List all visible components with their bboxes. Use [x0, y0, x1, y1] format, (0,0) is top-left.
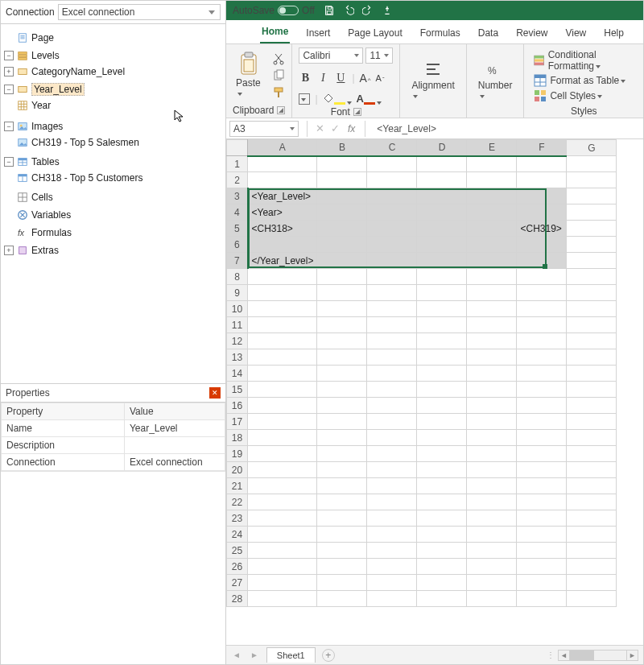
- touch-mode-icon[interactable]: [381, 4, 394, 17]
- cell-G28[interactable]: [567, 591, 617, 607]
- cell-F8[interactable]: [517, 269, 567, 285]
- cell-B6[interactable]: [317, 237, 367, 253]
- cell-G25[interactable]: [567, 543, 617, 559]
- cell-A24[interactable]: [248, 527, 317, 543]
- cell-A26[interactable]: [248, 559, 317, 575]
- save-icon[interactable]: [323, 4, 336, 17]
- col-header-F[interactable]: F: [517, 140, 567, 156]
- col-header-A[interactable]: A: [248, 140, 317, 156]
- cell-styles-button[interactable]: Cell Styles: [534, 89, 634, 102]
- increase-font-icon[interactable]: A^: [360, 72, 371, 85]
- horizontal-scrollbar[interactable]: ◄►: [558, 650, 638, 661]
- cell-B2[interactable]: [317, 172, 367, 188]
- cell-F7[interactable]: [517, 253, 567, 269]
- cell-B3[interactable]: [317, 188, 367, 204]
- row-header-9[interactable]: 9: [227, 285, 248, 301]
- cell-C1[interactable]: [367, 156, 417, 172]
- cell-C27[interactable]: [367, 575, 417, 591]
- tree-images[interactable]: −Images: [4, 119, 222, 134]
- cell-F26[interactable]: [517, 559, 567, 575]
- cell-C15[interactable]: [367, 382, 417, 398]
- cell-G20[interactable]: [567, 462, 617, 478]
- tree-table-ch318[interactable]: CH318 - Top 5 Customers: [4, 171, 222, 185]
- cell-G21[interactable]: [567, 478, 617, 494]
- cell-A20[interactable]: [248, 462, 317, 478]
- borders-button[interactable]: [299, 93, 310, 105]
- collapse-icon[interactable]: −: [4, 85, 14, 94]
- cell-E20[interactable]: [467, 462, 517, 478]
- cell-E2[interactable]: [467, 172, 517, 188]
- properties-col-value[interactable]: Value: [124, 403, 225, 420]
- cell-G12[interactable]: [567, 333, 617, 349]
- font-size-dropdown[interactable]: 11: [365, 48, 393, 64]
- cell-B11[interactable]: [317, 317, 367, 333]
- cell-C7[interactable]: [367, 253, 417, 269]
- format-as-table-button[interactable]: Format as Table: [534, 74, 634, 87]
- sheet-tab-sheet1[interactable]: Sheet1: [266, 647, 316, 663]
- dialog-launcher-icon[interactable]: [353, 108, 361, 116]
- paste-button[interactable]: Paste: [233, 50, 264, 101]
- cell-B5[interactable]: [317, 221, 367, 237]
- cell-B18[interactable]: [317, 430, 367, 446]
- cell-E23[interactable]: [467, 510, 517, 527]
- cell-D9[interactable]: [417, 285, 467, 301]
- cell-B7[interactable]: [317, 253, 367, 269]
- row-header-2[interactable]: 2: [227, 172, 248, 188]
- alignment-button[interactable]: Alignment: [407, 59, 459, 104]
- sheet-nav-next-icon[interactable]: ►: [249, 651, 260, 659]
- cell-E27[interactable]: [467, 575, 517, 591]
- cell-A1[interactable]: [248, 156, 317, 172]
- cell-D13[interactable]: [417, 349, 467, 366]
- tab-view[interactable]: View: [564, 23, 588, 43]
- cell-C23[interactable]: [367, 510, 417, 527]
- cell-D24[interactable]: [417, 527, 467, 543]
- dialog-launcher-icon[interactable]: [277, 106, 285, 114]
- cell-A8[interactable]: [248, 269, 317, 285]
- row-header-21[interactable]: 21: [227, 478, 248, 494]
- cell-G15[interactable]: [567, 382, 617, 398]
- cell-D15[interactable]: [417, 382, 467, 398]
- tree-cells[interactable]: Cells: [4, 190, 222, 204]
- row-header-28[interactable]: 28: [227, 591, 248, 607]
- formula-input[interactable]: <Year_Level>: [370, 123, 643, 134]
- cell-E4[interactable]: [467, 204, 517, 221]
- cell-A28[interactable]: [248, 591, 317, 607]
- font-color-button[interactable]: A: [357, 93, 382, 105]
- cell-D14[interactable]: [417, 366, 467, 382]
- cell-C21[interactable]: [367, 478, 417, 494]
- cell-G2[interactable]: [567, 172, 617, 188]
- tree-page[interactable]: Page: [4, 31, 222, 45]
- cell-D26[interactable]: [417, 559, 467, 575]
- tab-review[interactable]: Review: [514, 23, 549, 43]
- cell-C17[interactable]: [367, 414, 417, 430]
- cell-C28[interactable]: [367, 591, 417, 607]
- tree-year[interactable]: Year: [4, 98, 222, 113]
- cell-G6[interactable]: [567, 237, 617, 253]
- cancel-formula-icon[interactable]: ✕: [312, 122, 328, 134]
- tree-categoryname-level[interactable]: +CategoryName_Level: [4, 64, 222, 79]
- cell-E15[interactable]: [467, 382, 517, 398]
- cell-D19[interactable]: [417, 446, 467, 462]
- cell-D8[interactable]: [417, 269, 467, 285]
- cell-G18[interactable]: [567, 430, 617, 446]
- cell-G3[interactable]: [567, 188, 617, 204]
- cell-C6[interactable]: [367, 237, 417, 253]
- cell-C12[interactable]: [367, 333, 417, 349]
- cell-D4[interactable]: [417, 204, 467, 221]
- col-header-C[interactable]: C: [367, 140, 417, 156]
- col-header-D[interactable]: D: [417, 140, 467, 156]
- cell-F12[interactable]: [517, 333, 567, 349]
- name-box[interactable]: A3: [229, 121, 299, 137]
- cell-G8[interactable]: [567, 269, 617, 285]
- cell-E19[interactable]: [467, 446, 517, 462]
- cell-D1[interactable]: [417, 156, 467, 172]
- cell-F16[interactable]: [517, 398, 567, 414]
- cell-D6[interactable]: [417, 237, 467, 253]
- cell-E25[interactable]: [467, 543, 517, 559]
- cell-B8[interactable]: [317, 269, 367, 285]
- cell-A9[interactable]: [248, 285, 317, 301]
- cell-E24[interactable]: [467, 527, 517, 543]
- cell-B27[interactable]: [317, 575, 367, 591]
- row-header-23[interactable]: 23: [227, 510, 248, 527]
- cell-G1[interactable]: [567, 156, 617, 172]
